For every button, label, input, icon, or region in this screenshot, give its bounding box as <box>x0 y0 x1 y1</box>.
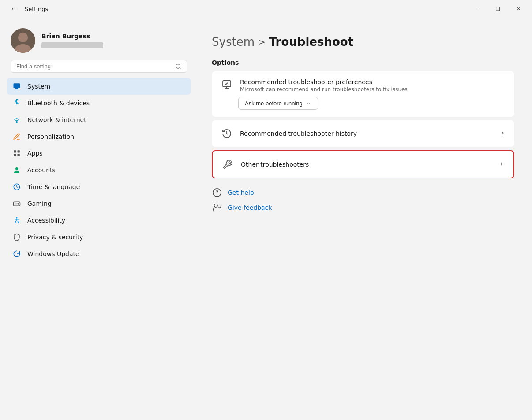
sidebar-label-bluetooth: Bluetooth & devices <box>27 100 90 107</box>
gaming-icon <box>12 199 21 208</box>
sidebar-item-update[interactable]: Windows Update <box>7 245 191 262</box>
recommended-prefs-icon <box>221 78 233 91</box>
card-item-recommended-prefs: Recommended troubleshooter preferencesMi… <box>212 71 514 117</box>
sidebar-item-apps[interactable]: Apps <box>7 145 191 162</box>
svg-line-21 <box>18 221 19 223</box>
sidebar-label-personalization: Personalization <box>27 133 74 140</box>
maximize-button[interactable]: ❑ <box>488 2 508 16</box>
breadcrumb-separator: > <box>258 37 266 47</box>
svg-point-5 <box>16 121 17 122</box>
get-help-label: Get help <box>228 189 254 196</box>
avatar <box>11 28 35 53</box>
accounts-icon <box>12 166 21 175</box>
svg-line-20 <box>15 221 16 223</box>
svg-line-1 <box>180 67 181 69</box>
personalization-icon <box>12 132 21 141</box>
section-title: Options <box>212 59 514 66</box>
user-section: Brian Burgess <box>7 25 191 60</box>
privacy-icon <box>12 233 21 242</box>
sidebar-item-accounts[interactable]: Accounts <box>7 162 191 178</box>
other-troubleshooters-title: Other troubleshooters <box>241 161 491 168</box>
time-icon <box>12 182 21 191</box>
svg-rect-4 <box>15 89 19 89</box>
sidebar-item-accessibility[interactable]: Accessibility <box>7 212 191 229</box>
recommended-prefs-title: Recommended troubleshooter preferences <box>240 78 506 85</box>
get-help-icon <box>212 187 222 198</box>
cards-container: Recommended troubleshooter preferencesMi… <box>212 71 514 178</box>
other-troubleshooters-icon <box>221 158 234 171</box>
titlebar-controls: − ❑ ✕ <box>468 2 528 16</box>
sidebar-item-privacy[interactable]: Privacy & security <box>7 229 191 245</box>
recommended-history-arrow <box>499 130 506 138</box>
search-icon <box>175 63 181 70</box>
sidebar-label-apps: Apps <box>27 150 43 157</box>
close-button[interactable]: ✕ <box>508 2 528 16</box>
titlebar-title: Settings <box>25 6 48 12</box>
sidebar-item-bluetooth[interactable]: Bluetooth & devices <box>7 95 191 112</box>
sidebar-label-gaming: Gaming <box>27 200 52 207</box>
content-area: System > Troubleshoot Options Recommende… <box>194 18 532 420</box>
search-input[interactable] <box>16 63 172 70</box>
svg-point-26 <box>214 204 217 207</box>
titlebar-left: ← Settings <box>7 3 48 15</box>
sidebar-label-accounts: Accounts <box>27 167 56 174</box>
sidebar-label-time: Time & language <box>27 183 80 190</box>
sidebar-label-privacy: Privacy & security <box>27 234 83 241</box>
svg-rect-2 <box>14 83 20 88</box>
accessibility-icon <box>12 216 21 225</box>
svg-point-10 <box>15 167 18 170</box>
sidebar-item-network[interactable]: Network & internet <box>7 112 191 128</box>
user-info: Brian Burgess <box>41 33 187 48</box>
recommended-prefs-subtitle: Microsoft can recommend and run troubles… <box>240 86 506 93</box>
card-recommended-history: Recommended troubleshooter history <box>212 120 514 147</box>
breadcrumb-current: Troubleshoot <box>269 35 353 48</box>
sidebar: Brian Burgess SystemBluetooth & devicesN… <box>0 18 194 420</box>
give-feedback-label: Give feedback <box>228 204 272 211</box>
svg-rect-8 <box>14 154 16 156</box>
recommended-prefs-dropdown[interactable]: Ask me before running <box>238 97 318 110</box>
user-email-bar <box>41 42 103 48</box>
svg-rect-9 <box>18 154 20 156</box>
svg-rect-7 <box>18 150 20 152</box>
recommended-history-icon <box>221 127 233 140</box>
dropdown-label: Ask me before running <box>245 100 303 107</box>
breadcrumb: System > Troubleshoot <box>212 35 514 48</box>
network-icon <box>12 115 21 124</box>
sidebar-label-accessibility: Accessibility <box>27 217 65 224</box>
svg-point-17 <box>16 217 18 219</box>
nav-list: SystemBluetooth & devicesNetwork & inter… <box>7 78 191 262</box>
other-troubleshooters-arrow <box>498 161 505 168</box>
card-item-other-troubleshooters[interactable]: Other troubleshooters <box>213 151 513 178</box>
give-feedback-icon <box>212 202 222 213</box>
recommended-history-title: Recommended troubleshooter history <box>240 130 492 137</box>
sidebar-item-gaming[interactable]: Gaming <box>7 195 191 212</box>
breadcrumb-parent: System <box>212 35 255 48</box>
sidebar-label-system: System <box>27 83 50 90</box>
sidebar-item-system[interactable]: System <box>7 78 191 95</box>
card-recommended-prefs: Recommended troubleshooter preferencesMi… <box>212 71 514 117</box>
titlebar: ← Settings − ❑ ✕ <box>0 0 532 18</box>
back-button[interactable]: ← <box>7 3 21 15</box>
give-feedback-link[interactable]: Give feedback <box>212 202 514 213</box>
user-name: Brian Burgess <box>41 33 187 40</box>
svg-rect-3 <box>15 88 18 89</box>
system-icon <box>12 82 21 91</box>
svg-point-16 <box>19 204 19 205</box>
minimize-button[interactable]: − <box>468 2 488 16</box>
bluetooth-icon <box>12 99 21 108</box>
card-item-recommended-history[interactable]: Recommended troubleshooter history <box>212 120 514 147</box>
help-links: Get help Give feedback <box>212 187 514 213</box>
sidebar-item-time[interactable]: Time & language <box>7 178 191 195</box>
card-other-troubleshooters: Other troubleshooters <box>212 150 514 178</box>
search-box[interactable] <box>11 60 187 73</box>
svg-point-0 <box>176 64 180 68</box>
app-body: Brian Burgess SystemBluetooth & devicesN… <box>0 18 532 420</box>
sidebar-label-network: Network & internet <box>27 116 86 123</box>
svg-rect-6 <box>14 150 16 152</box>
apps-icon <box>12 149 21 158</box>
update-icon <box>12 249 21 258</box>
get-help-link[interactable]: Get help <box>212 187 514 198</box>
sidebar-label-update: Windows Update <box>27 250 79 257</box>
sidebar-item-personalization[interactable]: Personalization <box>7 128 191 145</box>
